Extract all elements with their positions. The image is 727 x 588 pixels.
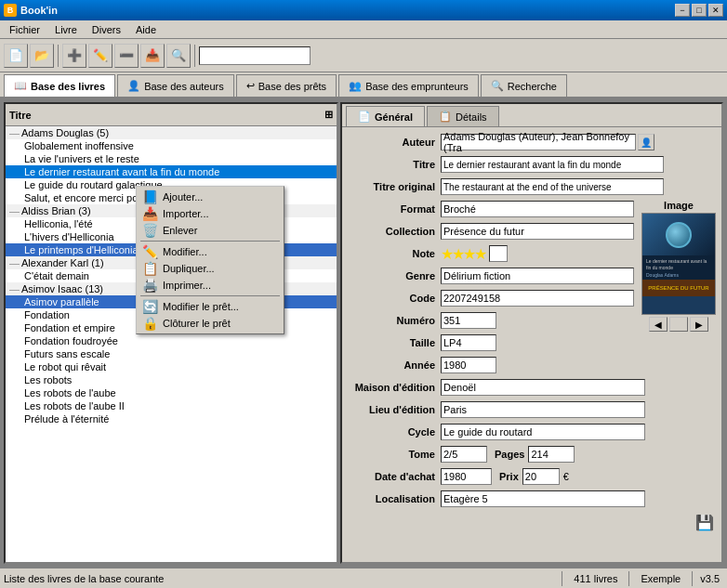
- ctx-enlever[interactable]: 🗑️ Enlever: [137, 222, 284, 239]
- label-taille: Taille: [348, 337, 441, 348]
- ctx-cloturer-pret[interactable]: 🔒 Clôturer le prêt: [137, 315, 284, 332]
- app-title: Book'in: [20, 5, 58, 16]
- toolbar-separator-1: [58, 45, 59, 67]
- field-code: 2207249158: [441, 290, 634, 307]
- tab-prets[interactable]: ↩ Base des prêts: [236, 74, 337, 97]
- ctx-separator-1: [140, 241, 280, 242]
- detail-tab-general-label: Général: [375, 111, 413, 123]
- detail-tab-details[interactable]: 📋 Détails: [427, 106, 499, 126]
- tab-emprunteurs[interactable]: 👥 Base des emprunteurs: [338, 74, 479, 97]
- field-row-date-prix: Date d'achat 1980 Prix 20 €: [348, 467, 716, 486]
- toolbar-import[interactable]: 📥: [140, 44, 165, 68]
- field-row-taille: Taille LP4: [348, 333, 716, 352]
- tab-recherche[interactable]: 🔍 Recherche: [481, 74, 567, 97]
- list-item[interactable]: La vie l'univers et le reste: [6, 152, 337, 165]
- group-dash-icon: —: [9, 127, 20, 138]
- image-section: Image Le dernier restaurant avant la fin…: [641, 200, 716, 332]
- tab-prets-label: Base des prêts: [258, 81, 326, 92]
- ctx-dupliquer[interactable]: 📋 Dupliquer...: [137, 260, 284, 277]
- menu-livre[interactable]: Livre: [49, 22, 83, 37]
- close-button[interactable]: ✕: [708, 4, 723, 17]
- label-genre: Genre: [348, 270, 441, 281]
- tab-auteurs-label: Base des auteurs: [144, 81, 224, 92]
- main-content: Titre ⊞ — Adams Douglas (5) Globalement …: [0, 98, 727, 568]
- label-titre-original: Titre original: [348, 181, 441, 192]
- export-icon[interactable]: 💾: [695, 514, 714, 531]
- ctx-importer[interactable]: 📥 Importer...: [137, 205, 284, 222]
- menu-fichier[interactable]: Fichier: [4, 22, 46, 37]
- toolbar-new[interactable]: 📄: [4, 44, 28, 68]
- list-item-selected[interactable]: Le dernier restaurant avant la fin du mo…: [6, 165, 337, 178]
- minimize-button[interactable]: −: [675, 4, 690, 17]
- field-row-collection: Collection Présence du futur: [348, 222, 634, 241]
- ctx-modifier-pret[interactable]: 🔄 Modifier le prêt...: [137, 298, 284, 315]
- field-cycle: Le guide du routard: [441, 424, 645, 440]
- tab-auteurs-icon: 👤: [127, 80, 140, 92]
- list-item[interactable]: Globalement inoffensive: [6, 139, 337, 152]
- ctx-dupliquer-icon: 📋: [142, 261, 158, 276]
- image-prev-button[interactable]: ◀: [649, 317, 668, 332]
- field-titre-original: The restaurant at the end of the univers…: [441, 178, 664, 195]
- menu-bar: Fichier Livre Divers Aide: [0, 20, 727, 39]
- field-row-genre: Genre Délirium fiction: [348, 267, 634, 285]
- label-annee: Année: [348, 359, 441, 371]
- label-titre: Titre: [348, 159, 441, 170]
- ctx-importer-icon: 📥: [142, 206, 158, 221]
- note-stars: ★★★★: [441, 245, 485, 263]
- toolbar-separator-2: [194, 45, 195, 67]
- group-adams-label: Adams Douglas (5): [21, 127, 109, 138]
- ctx-cloturer-pret-icon: 🔒: [142, 316, 158, 331]
- list-item[interactable]: Les robots de l'aube: [6, 386, 337, 399]
- detail-tab-general-icon: 📄: [358, 111, 371, 123]
- toolbar-search-input[interactable]: [199, 46, 311, 65]
- field-row-annee: Année 1980: [348, 356, 716, 374]
- field-localisation: Etagère 5: [441, 490, 645, 507]
- detail-tab-bar: 📄 Général 📋 Détails: [342, 104, 721, 127]
- tab-livres[interactable]: 📖 Base des livres: [4, 74, 115, 97]
- list-header-icon[interactable]: ⊞: [324, 109, 333, 121]
- list-header-title: Titre: [9, 110, 32, 121]
- label-format: Format: [348, 203, 441, 215]
- detail-tab-general[interactable]: 📄 Général: [346, 106, 425, 126]
- toolbar-add[interactable]: ➕: [62, 44, 86, 68]
- list-item[interactable]: Prélude à l'éternité: [6, 412, 337, 425]
- image-current: [669, 317, 688, 332]
- field-tome: 2/5: [441, 446, 487, 463]
- field-row-numero: Numéro 351: [348, 311, 634, 330]
- list-item[interactable]: Futurs sans escale: [6, 347, 337, 360]
- label-auteur: Auteur: [348, 137, 441, 148]
- toolbar: 📄 📂 ➕ ✏️ ➖ 📥 🔍: [0, 39, 727, 72]
- label-numero: Numéro: [348, 315, 441, 326]
- ctx-imprimer[interactable]: 🖨️ Imprimer...: [137, 277, 284, 294]
- ctx-ajouter[interactable]: 📘 Ajouter...: [137, 189, 284, 205]
- toolbar-delete[interactable]: ➖: [114, 44, 139, 68]
- ctx-modifier-pret-label: Modifier le prêt...: [163, 301, 239, 312]
- group-aldiss-label: Aldiss Brian (3): [21, 205, 91, 216]
- field-row-cycle: Cycle Le guide du routard: [348, 423, 716, 441]
- list-item[interactable]: Fondation foudroyée: [6, 334, 337, 347]
- label-collection: Collection: [348, 226, 441, 237]
- menu-aide[interactable]: Aide: [130, 22, 162, 37]
- menu-divers[interactable]: Divers: [86, 22, 126, 37]
- label-note: Note: [348, 248, 441, 259]
- group-alexander-label: Alexander Karl (1): [21, 257, 104, 268]
- field-format: Broché: [441, 201, 634, 217]
- image-next-button[interactable]: ▶: [690, 317, 708, 332]
- detail-tab-details-icon: 📋: [439, 111, 452, 123]
- list-item[interactable]: Le robot qui rêvait: [6, 360, 337, 373]
- title-bar: B Book'in − □ ✕: [0, 0, 727, 20]
- ctx-modifier[interactable]: ✏️ Modifier...: [137, 243, 284, 260]
- list-item[interactable]: Les robots de l'aube II: [6, 399, 337, 412]
- tab-emprunteurs-icon: 👥: [349, 80, 362, 92]
- tab-auteurs[interactable]: 👤 Base des auteurs: [117, 74, 234, 97]
- ctx-modifier-icon: ✏️: [142, 244, 158, 259]
- auteur-lookup-button[interactable]: 👤: [638, 134, 654, 150]
- toolbar-open[interactable]: 📂: [30, 44, 54, 68]
- list-item[interactable]: Les robots: [6, 373, 337, 386]
- maximize-button[interactable]: □: [692, 4, 707, 17]
- main-tab-bar: 📖 Base des livres 👤 Base des auteurs ↩ B…: [0, 72, 727, 98]
- toolbar-search[interactable]: 🔍: [166, 44, 191, 68]
- tab-recherche-icon: 🔍: [491, 80, 504, 92]
- toolbar-edit[interactable]: ✏️: [88, 44, 112, 68]
- tab-emprunteurs-label: Base des emprunteurs: [365, 81, 469, 92]
